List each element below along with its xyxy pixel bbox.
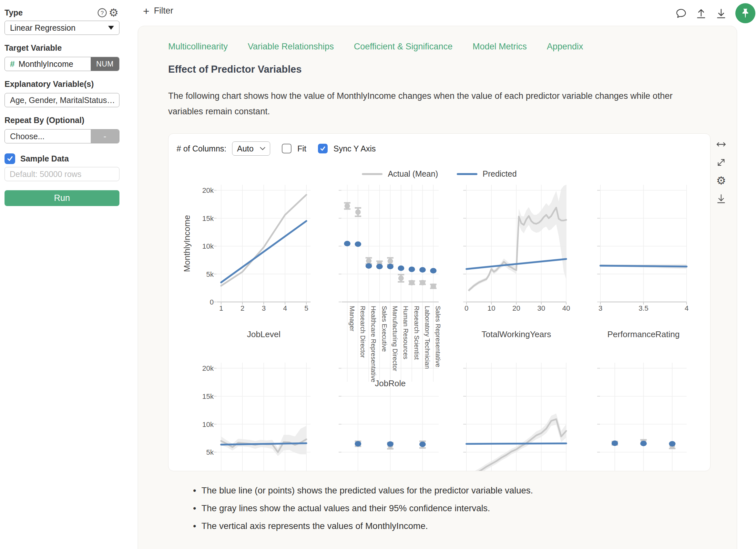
svg-text:0: 0 <box>210 298 214 306</box>
target-variable-label: Target Variable <box>5 43 119 53</box>
comment-icon[interactable] <box>675 7 687 19</box>
svg-text:3.5: 3.5 <box>639 304 649 312</box>
target-variable-field[interactable]: # MonthlyIncome NUM <box>5 57 119 71</box>
tab-bar: Multicollinearity Variable Relationships… <box>168 42 583 52</box>
explanatory-variables-value: Age, Gender, MaritalStatus… <box>10 96 115 105</box>
svg-text:20k: 20k <box>202 186 214 194</box>
filter-label: Filter <box>154 6 173 16</box>
svg-text:5k: 5k <box>206 270 214 279</box>
repeat-by-field[interactable]: Choose... - <box>5 129 119 143</box>
columns-select-value: Auto <box>237 144 253 153</box>
svg-text:10: 10 <box>487 304 495 312</box>
explanatory-variables-field[interactable]: Age, Gender, MaritalStatus… <box>5 93 119 107</box>
svg-text:3: 3 <box>598 304 602 312</box>
svg-text:?: ? <box>100 9 104 16</box>
top-right-toolbar <box>675 3 755 23</box>
note-item: The gray lines show the actual values an… <box>193 503 697 513</box>
svg-text:JobLevel: JobLevel <box>247 330 281 339</box>
svg-text:Manager: Manager <box>349 306 356 331</box>
help-icon[interactable]: ? <box>96 7 108 18</box>
svg-text:5: 5 <box>304 304 308 312</box>
type-label: Type <box>5 8 23 17</box>
repeat-by-value: Choose... <box>10 132 45 141</box>
tab-variable-relationships[interactable]: Variable Relationships <box>248 42 334 52</box>
svg-text:Research Director: Research Director <box>359 306 366 358</box>
repeat-by-clear-badge[interactable]: - <box>91 129 119 143</box>
columns-select[interactable]: Auto <box>232 141 270 156</box>
tab-coefficient-significance[interactable]: Coefficient & Significance <box>354 42 453 52</box>
svg-text:Sales Executive: Sales Executive <box>381 306 388 352</box>
svg-text:Healthcare Representative: Healthcare Representative <box>370 306 377 382</box>
explanatory-variables-label: Explanatory Variable(s) <box>5 79 119 89</box>
upload-icon[interactable] <box>695 7 707 19</box>
tab-model-metrics[interactable]: Model Metrics <box>473 42 527 52</box>
svg-text:Laboratory Technician: Laboratory Technician <box>424 306 431 369</box>
page-title: Effect of Predictor Variables <box>168 64 301 75</box>
target-variable-value: MonthlyIncome <box>18 59 73 69</box>
svg-text:PerformanceRating: PerformanceRating <box>608 330 680 339</box>
settings-gear-icon[interactable]: ⚙ <box>108 7 119 18</box>
repeat-by-label: Repeat By (Optional) <box>5 116 119 125</box>
note-item: The blue line (or points) shows the pred… <box>193 485 697 496</box>
run-button[interactable]: Run <box>5 190 119 206</box>
svg-text:15k: 15k <box>202 214 214 222</box>
panel-toolbar: ⚙ <box>715 138 728 205</box>
chart-panel: # of Columns: Auto Fit Sync Y Axis Actua… <box>168 133 710 471</box>
add-filter-button[interactable]: + Filter <box>143 6 173 16</box>
columns-label: # of Columns: <box>177 144 226 153</box>
description-text: The following chart shows how the value … <box>168 88 691 119</box>
svg-text:Human Resources: Human Resources <box>402 306 409 360</box>
sample-data-label: Sample Data <box>20 154 69 163</box>
chart-download-icon[interactable] <box>715 192 728 205</box>
horizontal-resize-icon[interactable] <box>715 138 728 151</box>
sample-data-checkbox[interactable] <box>5 153 15 164</box>
svg-text:40: 40 <box>562 304 570 312</box>
svg-text:2: 2 <box>240 304 244 312</box>
expand-icon[interactable] <box>715 156 728 169</box>
sample-size-input[interactable] <box>5 167 119 181</box>
chart-controls: # of Columns: Auto Fit Sync Y Axis <box>177 141 376 156</box>
svg-text:1: 1 <box>219 304 223 312</box>
svg-text:20k: 20k <box>202 364 214 372</box>
svg-text:4: 4 <box>283 304 287 312</box>
svg-text:20: 20 <box>512 304 520 312</box>
note-item: The vertical axis represents the values … <box>193 521 697 531</box>
type-select-value: Linear Regression <box>10 23 76 33</box>
svg-text:10k: 10k <box>202 242 214 250</box>
svg-text:10k: 10k <box>202 421 214 429</box>
svg-text:JobRole: JobRole <box>375 379 405 388</box>
sync-y-axis-label: Sync Y Axis <box>333 144 376 153</box>
svg-text:MonthlyIncome: MonthlyIncome <box>182 215 192 272</box>
chevron-down-icon <box>260 147 265 150</box>
user-avatar-pin[interactable] <box>735 3 755 23</box>
svg-text:3: 3 <box>262 304 266 312</box>
svg-text:Research Scientist: Research Scientist <box>413 306 420 360</box>
type-select[interactable]: Linear Regression <box>5 21 119 35</box>
notes-list: The blue line (or points) shows the pred… <box>193 485 697 539</box>
pushpin-icon <box>740 7 751 19</box>
fit-checkbox[interactable] <box>282 144 291 153</box>
svg-text:TotalWorkingYears: TotalWorkingYears <box>482 330 551 339</box>
content-card: Multicollinearity Variable Relationships… <box>138 26 737 549</box>
download-icon[interactable] <box>715 7 727 19</box>
sync-y-axis-checkbox[interactable] <box>318 144 328 153</box>
tab-appendix[interactable]: Appendix <box>547 42 583 52</box>
svg-text:4: 4 <box>685 304 689 312</box>
sidebar: Type ? ⚙ Linear Regression Target Variab… <box>0 0 138 206</box>
svg-text:5k: 5k <box>206 448 214 456</box>
effects-charts: 12345JobLevel05k10k15k20kMonthlyIncomeMa… <box>169 159 710 471</box>
optional-label: (Optional) <box>46 116 84 125</box>
chart-settings-gear-icon[interactable]: ⚙ <box>715 174 728 187</box>
fit-label: Fit <box>297 144 306 153</box>
caret-down-icon <box>108 26 114 30</box>
svg-text:30: 30 <box>537 304 545 312</box>
svg-text:Sales Representative: Sales Representative <box>434 306 442 367</box>
svg-text:Manufacturing Director: Manufacturing Director <box>392 306 399 371</box>
plus-icon: + <box>143 6 149 16</box>
num-type-badge: NUM <box>91 57 119 71</box>
svg-text:15k: 15k <box>202 392 214 401</box>
tab-multicollinearity[interactable]: Multicollinearity <box>168 42 228 52</box>
numeric-hash-icon: # <box>10 59 15 69</box>
svg-text:0: 0 <box>465 304 468 312</box>
